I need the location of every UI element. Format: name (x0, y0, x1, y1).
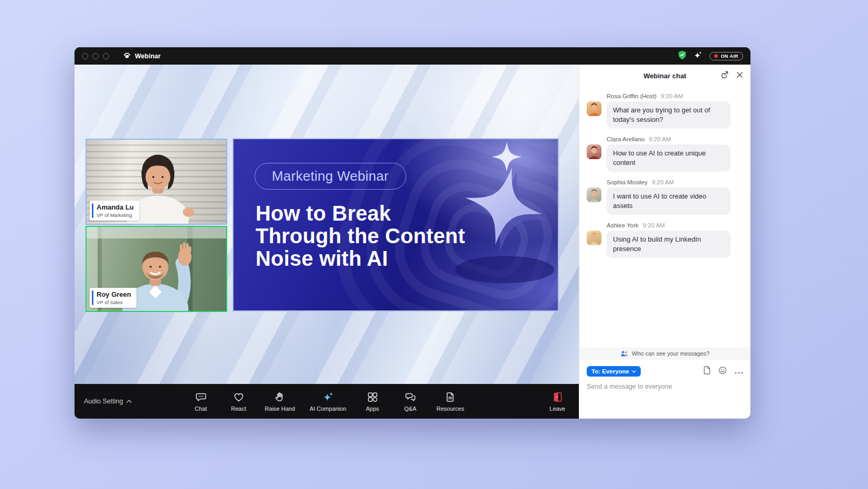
message-bubble: How to use AI to create unique content (607, 144, 731, 172)
video-tile-amanda[interactable]: Amanda Lu VP of Marketing (86, 139, 227, 225)
slide-title-line: Noise with AI (256, 247, 465, 270)
react-button[interactable]: React (227, 391, 250, 412)
ai-companion-sparkle-icon[interactable] (693, 50, 703, 62)
ai-sparkle-icon (322, 391, 334, 403)
slide-badge: Marketing Webinar (255, 163, 406, 190)
on-air-dot-icon (714, 54, 718, 58)
message-time: 9:20 AM (652, 179, 674, 185)
webinar-icon (123, 51, 131, 61)
window-title: Webinar (123, 51, 161, 61)
nametag-amanda: Amanda Lu VP of Marketing (90, 201, 139, 221)
slide-title: How to Break Through the Content Noise w… (256, 202, 465, 269)
chat-button[interactable]: Chat (189, 391, 213, 412)
leave-door-icon (552, 391, 563, 403)
message-bubble: Using AI to build my LinkedIn presence (607, 231, 731, 258)
avatar (587, 144, 601, 159)
chat-bubble-icon (195, 391, 207, 403)
titlebar: Webinar ON AIR (75, 47, 750, 65)
app-title: Webinar (135, 53, 161, 60)
resources-button[interactable]: Resources (437, 391, 464, 412)
webinar-window: Webinar ON AIR (75, 47, 750, 419)
message-time: 9:20 AM (661, 93, 683, 99)
toolbar-button-label: Q&A (404, 405, 416, 412)
chat-panel: Webinar chat Rosa Griffin (Host) 9:20 AM (579, 65, 750, 419)
close-chat-icon[interactable] (736, 71, 743, 80)
chat-composer: To: Everyone (579, 360, 750, 419)
chat-message-list[interactable]: Rosa Griffin (Host) 9:20 AM What are you… (579, 87, 750, 347)
leave-button[interactable]: Leave (549, 391, 565, 412)
raise-hand-button[interactable]: Raise Hand (265, 391, 295, 412)
qa-bubbles-icon (405, 391, 416, 403)
recipient-selector-label: To: Everyone (591, 368, 629, 374)
more-options-icon[interactable] (735, 367, 743, 376)
privacy-note-label: Who can see your messages? (632, 350, 710, 357)
chat-message: Sophia Mosiley 9:20 AM I want to use AI … (587, 179, 743, 215)
video-tile-roy[interactable]: Roy Green VP of Sales (86, 226, 227, 312)
participant-name: Amanda Lu (97, 203, 134, 211)
nametag-roy: Roy Green VP of Sales (90, 288, 136, 308)
toolbar-button-label: Raise Hand (265, 405, 295, 412)
apps-grid-icon (367, 391, 378, 403)
emoji-icon[interactable] (718, 366, 727, 377)
avatar (587, 188, 601, 202)
qa-button[interactable]: Q&A (399, 391, 422, 412)
presentation-slide: Marketing Webinar How to Break Through t… (232, 138, 559, 311)
toolbar-button-label: Chat (195, 405, 207, 412)
sender-name: Ashlee York (607, 222, 639, 228)
ai-companion-button[interactable]: AI Companion (310, 391, 346, 412)
toolbar-button-label: Resources (437, 405, 464, 412)
toolbar-button-label: Leave (549, 405, 565, 412)
participant-name: Roy Green (97, 290, 131, 298)
toolbar-button-label: AI Companion (310, 405, 346, 412)
toolbar-button-label: Apps (366, 405, 379, 412)
people-icon (620, 350, 629, 357)
participant-role: VP of Sales (97, 299, 131, 305)
security-shield-icon[interactable] (678, 50, 686, 61)
chevron-up-icon (126, 400, 132, 403)
webinar-stage: Amanda Lu VP of Marketing (75, 65, 579, 384)
participant-role: VP of Marketing (97, 212, 134, 218)
chat-message: Clara Arellano 9:20 AM How to use AI to … (587, 136, 743, 172)
slide-title-line: How to Break (256, 202, 465, 225)
minimize-button[interactable] (92, 53, 99, 59)
chat-title: Webinar chat (643, 72, 686, 80)
slide-title-line: Through the Content (256, 225, 465, 247)
chat-message: Rosa Griffin (Host) 9:20 AM What are you… (587, 93, 743, 129)
avatar (587, 231, 601, 245)
raise-hand-icon (274, 391, 285, 403)
sender-name: Clara Arellano (607, 136, 644, 142)
message-input[interactable] (587, 383, 743, 390)
sender-name: Sophia Mosiley (607, 179, 648, 185)
message-time: 9:20 AM (649, 136, 671, 142)
message-time: 9:20 AM (643, 222, 665, 228)
apps-button[interactable]: Apps (361, 391, 384, 412)
message-bubble: I want to use AI to create video assets (607, 188, 731, 215)
chat-header: Webinar chat (579, 65, 750, 87)
window-controls (82, 53, 109, 59)
pop-out-icon[interactable] (721, 70, 729, 81)
zoom-button[interactable] (103, 53, 109, 59)
heart-icon (233, 391, 245, 403)
audio-setting-button[interactable]: Audio Setting (84, 398, 132, 405)
on-air-label: ON AIR (721, 54, 738, 59)
message-bubble: What are you trying to get out of today'… (607, 101, 731, 129)
audio-setting-label: Audio Setting (84, 398, 123, 405)
meeting-toolbar: Audio Setting Chat (75, 384, 579, 419)
recipient-selector[interactable]: To: Everyone (587, 366, 641, 377)
privacy-note[interactable]: Who can see your messages? (579, 347, 750, 360)
chevron-down-icon (632, 370, 636, 373)
chat-message: Ashlee York 9:20 AM Using AI to build my… (587, 222, 743, 258)
sender-name: Rosa Griffin (Host) (607, 93, 657, 99)
attach-file-icon[interactable] (703, 366, 711, 377)
avatar (587, 101, 601, 116)
on-air-badge: ON AIR (710, 52, 743, 60)
close-button[interactable] (82, 53, 88, 59)
toolbar-button-label: React (231, 405, 246, 412)
document-icon (444, 391, 456, 403)
